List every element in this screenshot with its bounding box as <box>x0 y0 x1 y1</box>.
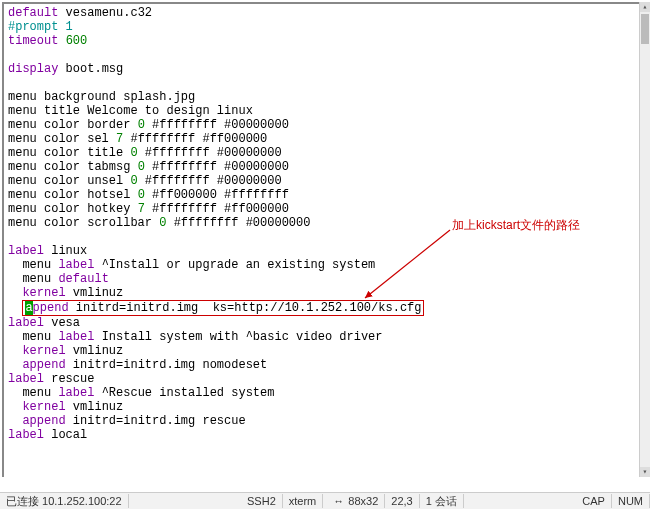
config-line: menu title Welcome to design linux <box>8 104 636 118</box>
config-line: menu color title 0 #ffffffff #00000000 <box>8 146 636 160</box>
config-line: menu color hotsel 0 #ff000000 #ffffffff <box>8 188 636 202</box>
scroll-up-icon[interactable]: ▴ <box>640 2 650 12</box>
config-line: menu color tabmsg 0 #ffffffff #00000000 <box>8 160 636 174</box>
status-term: xterm <box>283 494 324 508</box>
editor-viewport[interactable]: default vesamenu.c32#prompt 1timeout 600… <box>2 2 640 477</box>
config-line: menu background splash.jpg <box>8 90 636 104</box>
config-line: default vesamenu.c32 <box>8 6 636 20</box>
config-line: menu label Install system with ^basic vi… <box>8 330 636 344</box>
text-cursor: a <box>25 301 32 315</box>
config-line: kernel vmlinuz <box>8 344 636 358</box>
config-line: menu color hotkey 7 #ffffffff #ff000000 <box>8 202 636 216</box>
config-line: append initrd=initrd.img nomodeset <box>8 358 636 372</box>
config-line: menu color sel 7 #ffffffff #ff000000 <box>8 132 636 146</box>
config-line: append initrd=initrd.img rescue <box>8 414 636 428</box>
status-cap: CAP <box>576 494 612 508</box>
status-sessions: 1 会话 <box>420 494 464 508</box>
config-line: #prompt 1 <box>8 20 636 34</box>
vertical-scrollbar[interactable]: ▴ ▾ <box>639 2 650 477</box>
config-line-highlighted: append initrd=initrd.img ks=http://10.1.… <box>8 300 636 316</box>
vim-status-line: "/var/lib/tftpboot/pxelinux.cfg/default"… <box>2 477 640 491</box>
scroll-down-icon[interactable]: ▾ <box>640 467 650 477</box>
terminal-status-bar: 已连接 10.1.252.100:22 SSH2 xterm ↔88x32 22… <box>0 492 650 509</box>
config-line: display boot.msg <box>8 62 636 76</box>
config-line: label local <box>8 428 636 442</box>
config-line: label rescue <box>8 372 636 386</box>
config-line: timeout 600 <box>8 34 636 48</box>
config-line: menu default <box>8 272 636 286</box>
resize-icon: ↔ <box>329 495 348 507</box>
highlight-box: append initrd=initrd.img ks=http://10.1.… <box>22 300 424 316</box>
config-line: menu label ^Install or upgrade an existi… <box>8 258 636 272</box>
config-line: kernel vmlinuz <box>8 286 636 300</box>
config-line: menu label ^Rescue installed system <box>8 386 636 400</box>
config-line: kernel vmlinuz <box>8 400 636 414</box>
config-line: menu color border 0 #ffffffff #00000000 <box>8 118 636 132</box>
status-connection: 已连接 10.1.252.100:22 <box>0 494 129 508</box>
status-rowcol: 22,3 <box>385 494 419 508</box>
config-line: label linux <box>8 244 636 258</box>
config-line <box>8 230 636 244</box>
config-line: menu color unsel 0 #ffffffff #00000000 <box>8 174 636 188</box>
config-line <box>8 48 636 62</box>
annotation-text: 加上kickstart文件的路径 <box>452 218 580 232</box>
config-line <box>8 76 636 90</box>
config-line: label vesa <box>8 316 636 330</box>
status-size: 88x32 <box>348 495 378 507</box>
scroll-thumb[interactable] <box>641 14 649 44</box>
status-ssh: SSH2 <box>241 494 283 508</box>
status-num: NUM <box>612 494 650 508</box>
